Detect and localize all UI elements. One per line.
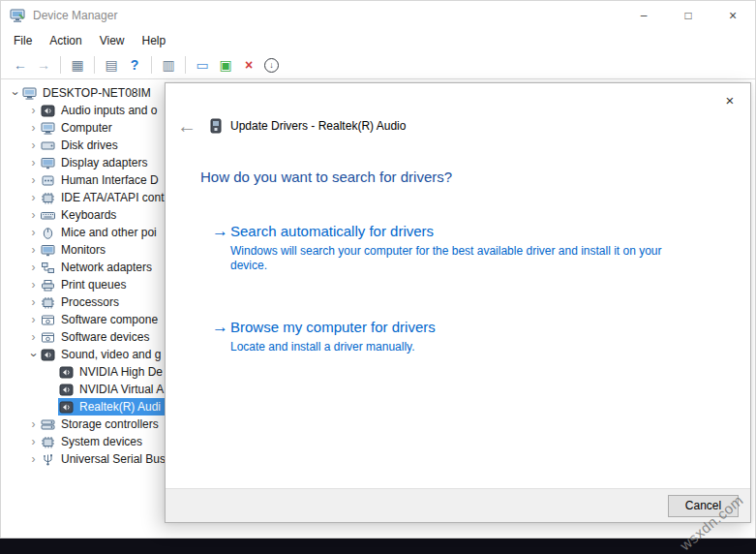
chevron-expanded-icon[interactable]: ›	[9, 87, 21, 100]
chevron-collapsed-icon[interactable]: ›	[27, 105, 40, 117]
toolbar: ←→▦▤?▥▭▣×↓	[1, 51, 755, 79]
update-driver-button[interactable]: ▭	[191, 54, 214, 76]
disable-device-button[interactable]: ↓	[264, 58, 279, 73]
tree-item-content: Realtek(R) Audi	[58, 398, 165, 416]
toolbar-separator	[94, 56, 95, 74]
uninstall-device-button[interactable]: ×	[237, 54, 260, 76]
keyboard-icon	[41, 209, 55, 222]
tree-item-label: Audio inputs and o	[61, 104, 157, 117]
tree-item-label: Software compone	[61, 313, 158, 326]
tree-item-label: System devices	[61, 435, 142, 448]
chevron-collapsed-icon[interactable]: ›	[27, 314, 40, 326]
menu-bar: File Action View Help	[1, 30, 755, 51]
speaker-icon	[59, 384, 74, 396]
tree-item-content: System devices	[40, 433, 146, 450]
chevron-collapsed-icon[interactable]: ›	[27, 296, 40, 309]
tree-item-label: DESKTOP-NET08IM	[43, 86, 151, 100]
hid-icon	[41, 174, 55, 187]
tree-item-content: Mice and other poi	[40, 224, 161, 241]
menu-file[interactable]: File	[5, 32, 41, 49]
chevron-collapsed-icon[interactable]: ›	[27, 418, 40, 431]
chevron-collapsed-icon[interactable]: ›	[27, 227, 40, 239]
chevron-collapsed-icon[interactable]: ›	[27, 262, 40, 274]
tree-item-label: NVIDIA High De	[79, 365, 163, 379]
chevron-collapsed-icon[interactable]: ›	[27, 436, 40, 448]
chip-icon	[41, 436, 55, 448]
properties-button[interactable]: ▤	[100, 54, 123, 76]
speaker-icon	[41, 349, 55, 361]
option-label[interactable]: Browse my computer for drivers	[230, 318, 436, 337]
help-button[interactable]: ?	[123, 54, 146, 76]
option-search-automatically[interactable]: → Search automatically for drivers Windo…	[212, 222, 750, 273]
minimize-button[interactable]: –	[621, 1, 666, 30]
speaker-icon	[59, 401, 74, 414]
menu-action[interactable]: Action	[41, 32, 90, 49]
chevron-expanded-icon[interactable]: ›	[27, 349, 40, 361]
update-drivers-icon	[210, 118, 222, 134]
option-description: Windows will search your computer for th…	[230, 244, 668, 273]
option-browse-computer[interactable]: → Browse my computer for drivers Locate …	[212, 318, 750, 354]
toolbar-separator	[185, 56, 186, 74]
tree-item-content: Print queues	[40, 276, 130, 293]
computer-icon	[22, 87, 37, 100]
tree-item-content: Keyboards	[40, 206, 120, 224]
dialog-header: ← Update Drivers - Realtek(R) Audio	[166, 116, 750, 136]
tree-item-label: Human Interface D	[61, 173, 159, 187]
show-console-tree-button[interactable]: ▦	[66, 54, 89, 76]
chevron-collapsed-icon[interactable]: ›	[27, 453, 40, 466]
bottom-taskbar-strip	[0, 539, 756, 554]
chevron-collapsed-icon[interactable]: ›	[27, 139, 40, 152]
tree-item-label: Disk drives	[61, 138, 118, 152]
tree-item-content: IDE ATA/ATAPI cont	[40, 189, 167, 206]
storage-icon	[41, 418, 55, 431]
scan-hardware-changes-button[interactable]: ▣	[214, 54, 237, 76]
tree-item-label: Sound, video and g	[61, 348, 161, 361]
arrow-right-icon: →	[212, 318, 230, 354]
menu-help[interactable]: Help	[134, 32, 175, 49]
option-description: Locate and install a driver manually.	[230, 340, 436, 354]
back-button[interactable]: ←	[9, 54, 32, 76]
chevron-collapsed-icon[interactable]: ›	[27, 192, 40, 204]
chevron-collapsed-icon[interactable]: ›	[27, 279, 40, 292]
tree-item-label: Universal Serial Bus	[61, 452, 166, 466]
tree-item-content: Network adapters	[40, 259, 156, 276]
maximize-button[interactable]: □	[666, 1, 711, 30]
chevron-collapsed-icon[interactable]: ›	[27, 122, 40, 135]
tree-item-label: IDE ATA/ATAPI cont	[61, 191, 164, 204]
dialog-heading: How do you want to search for drivers?	[200, 169, 750, 185]
printer-icon	[41, 279, 55, 292]
forward-button[interactable]: →	[32, 54, 55, 76]
chip-icon	[41, 192, 55, 204]
tree-item-content: Audio inputs and o	[40, 102, 161, 119]
tree-item-label: Storage controllers	[61, 417, 159, 431]
tree-item-content: Sound, video and g	[40, 346, 165, 363]
dialog-footer: Cancel	[166, 488, 750, 522]
option-label[interactable]: Search automatically for drivers	[230, 222, 668, 241]
tree-item-content: Disk drives	[40, 137, 122, 154]
tree-item-content: Display adapters	[40, 154, 151, 171]
menu-view[interactable]: View	[91, 32, 134, 49]
tree-item-content: Monitors	[40, 241, 109, 259]
close-button[interactable]: ×	[711, 1, 755, 30]
tree-item-label: Print queues	[61, 278, 126, 292]
chevron-collapsed-icon[interactable]: ›	[27, 157, 40, 169]
chevron-collapsed-icon[interactable]: ›	[27, 174, 40, 187]
toolbar-separator	[151, 56, 152, 74]
chevron-collapsed-icon[interactable]: ›	[27, 244, 40, 257]
chevron-collapsed-icon[interactable]: ›	[27, 331, 40, 344]
window-controls: – □ ×	[621, 1, 755, 30]
dialog-title: Update Drivers - Realtek(R) Audio	[230, 119, 406, 133]
toolbar-separator	[60, 56, 61, 74]
tree-item-content: Storage controllers	[40, 416, 163, 433]
tree-item-label: Network adapters	[61, 261, 152, 274]
chevron-collapsed-icon[interactable]: ›	[27, 209, 40, 222]
dialog-back-icon[interactable]: ←	[177, 116, 197, 136]
dialog-close-icon[interactable]: ×	[717, 89, 742, 110]
usb-icon	[41, 453, 55, 466]
tree-item-label: Processors	[61, 295, 119, 309]
update-drivers-dialog: × ← Update Drivers - Realtek(R) Audio Ho…	[165, 82, 751, 523]
disk-icon	[41, 139, 55, 152]
software-icon	[41, 331, 55, 344]
devices-by-type-button[interactable]: ▥	[157, 54, 180, 76]
tree-item-content: DESKTOP-NET08IM	[21, 84, 155, 102]
